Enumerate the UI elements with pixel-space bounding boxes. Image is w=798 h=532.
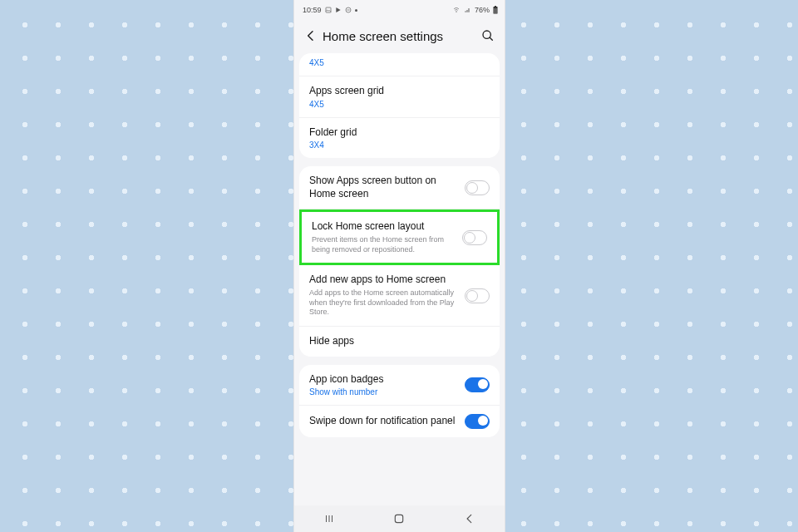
svg-rect-4 [495, 6, 496, 7]
apps-screen-grid-label: Apps screen grid [309, 85, 490, 98]
icon-badges-toggle[interactable] [465, 377, 490, 392]
app-header: Home screen settings [294, 18, 505, 53]
show-apps-button-row[interactable]: Show Apps screen button on Home screen [299, 166, 500, 209]
add-new-apps-toggle[interactable] [465, 288, 490, 303]
signal-icon [464, 7, 471, 13]
lock-layout-label: Lock Home screen layout [312, 220, 456, 234]
svg-rect-5 [494, 8, 497, 13]
svg-rect-0 [326, 7, 331, 12]
search-icon [481, 29, 495, 42]
lock-layout-row[interactable]: Lock Home screen layout Prevent items on… [299, 209, 500, 265]
back-button[interactable] [303, 27, 319, 44]
misc-settings-card: App icon badges Show with number Swipe d… [299, 365, 500, 438]
chevron-left-icon [304, 29, 318, 42]
folder-grid-row[interactable]: Folder grid 3X4 [299, 118, 500, 159]
wifi-icon [452, 7, 461, 13]
status-bar: 10:59 76% [294, 0, 505, 18]
home-icon [393, 513, 405, 525]
add-new-apps-label: Add new apps to Home screen [309, 273, 458, 287]
phone-frame: 10:59 76% Home screen settings [294, 0, 505, 532]
back-nav-button[interactable] [453, 513, 486, 525]
svg-point-2 [456, 12, 457, 12]
page-title: Home screen settings [319, 29, 480, 43]
folder-grid-value: 3X4 [309, 140, 490, 150]
hide-apps-row[interactable]: Hide apps [299, 327, 500, 357]
show-apps-button-label: Show Apps screen button on Home screen [309, 175, 458, 200]
swipe-down-row[interactable]: Swipe down for notification panel [299, 406, 500, 437]
back-nav-icon [464, 513, 475, 525]
battery-icon [493, 6, 498, 14]
battery-percent: 76% [475, 6, 490, 14]
grid-settings-card: 4X5 Apps screen grid 4X5 Folder grid 3X4 [299, 53, 500, 158]
svg-rect-11 [396, 515, 403, 522]
search-button[interactable] [480, 27, 496, 44]
show-apps-button-toggle[interactable] [465, 180, 490, 195]
wallpaper-background: 10:59 76% Home screen settings [0, 0, 798, 532]
icon-badges-row[interactable]: App icon badges Show with number [299, 365, 500, 406]
add-new-apps-desc: Add apps to the Home screen automaticall… [309, 288, 458, 318]
apps-screen-grid-row[interactable]: Apps screen grid 4X5 [299, 76, 500, 118]
home-button[interactable] [382, 513, 416, 525]
lock-layout-toggle[interactable] [462, 230, 487, 245]
dnd-icon [345, 7, 352, 13]
more-notifications-dot [355, 9, 357, 12]
lock-layout-desc: Prevent items on the Home screen from be… [312, 235, 456, 254]
recents-button[interactable] [313, 514, 346, 524]
hide-apps-label: Hide apps [309, 335, 490, 348]
play-store-icon [335, 7, 342, 13]
layout-settings-card: Show Apps screen button on Home screen L… [299, 166, 500, 356]
clock: 10:59 [303, 6, 322, 14]
icon-badges-label: App icon badges [309, 373, 458, 387]
swipe-down-label: Swipe down for notification panel [309, 415, 458, 428]
nav-bar [294, 505, 505, 532]
add-new-apps-row[interactable]: Add new apps to Home screen Add apps to … [299, 265, 500, 327]
apps-screen-grid-value: 4X5 [309, 100, 490, 109]
home-screen-grid-value-cutoff[interactable]: 4X5 [299, 53, 500, 76]
settings-scroll[interactable]: 4X5 Apps screen grid 4X5 Folder grid 3X4 [294, 53, 505, 505]
swipe-down-toggle[interactable] [465, 414, 490, 429]
svg-line-7 [490, 37, 492, 40]
icon-badges-value: Show with number [309, 387, 458, 397]
image-icon [325, 7, 332, 13]
recents-icon [323, 514, 336, 524]
folder-grid-label: Folder grid [309, 126, 490, 140]
